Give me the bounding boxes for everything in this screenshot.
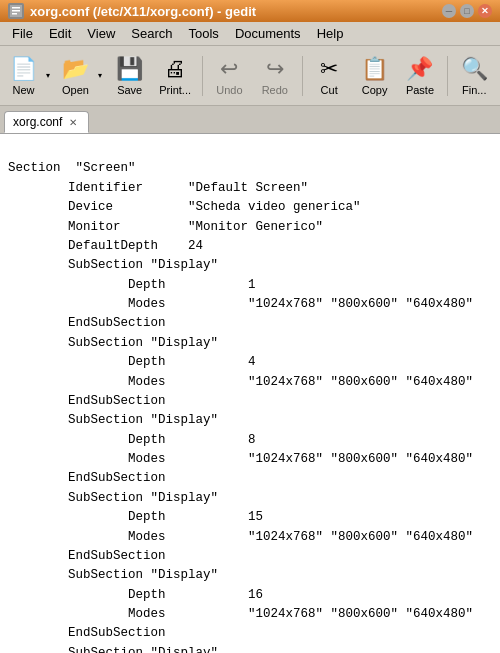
new-label: New: [12, 84, 34, 96]
maximize-btn[interactable]: □: [460, 4, 474, 18]
editor-content: Section "Screen" Identifier "Default Scr…: [8, 161, 473, 653]
toolbar: 📄 New ▾ 📂 Open ▾ 💾 Save 🖨 Print... ↩ Und…: [0, 46, 500, 106]
paste-button[interactable]: 📌 Paste: [398, 50, 441, 102]
paste-icon: 📌: [406, 56, 433, 82]
paste-label: Paste: [406, 84, 434, 96]
open-button-group: 📂 Open ▾: [56, 50, 106, 102]
print-label: Print...: [159, 84, 191, 96]
save-label: Save: [117, 84, 142, 96]
new-button-group: 📄 New ▾: [4, 50, 54, 102]
menu-help[interactable]: Help: [309, 24, 352, 43]
menu-edit[interactable]: Edit: [41, 24, 79, 43]
redo-button[interactable]: ↪ Redo: [253, 50, 296, 102]
tab-xorg[interactable]: xorg.conf ✕: [4, 111, 89, 133]
menu-search[interactable]: Search: [123, 24, 180, 43]
copy-icon: 📋: [361, 56, 388, 82]
undo-icon: ↩: [220, 56, 238, 82]
svg-rect-2: [12, 10, 20, 12]
close-btn[interactable]: ✕: [478, 4, 492, 18]
find-label: Fin...: [462, 84, 486, 96]
new-dropdown-arrow[interactable]: ▾: [42, 50, 54, 102]
svg-rect-1: [12, 7, 20, 9]
redo-icon: ↪: [266, 56, 284, 82]
cut-label: Cut: [321, 84, 338, 96]
titlebar: xorg.conf (/etc/X11/xorg.conf) - gedit ─…: [0, 0, 500, 22]
menubar: File Edit View Search Tools Documents He…: [0, 22, 500, 46]
open-dropdown-arrow[interactable]: ▾: [94, 50, 106, 102]
toolbar-separator-1: [202, 56, 203, 96]
toolbar-separator-2: [302, 56, 303, 96]
print-button[interactable]: 🖨 Print...: [153, 50, 196, 102]
open-button[interactable]: 📂 Open: [56, 50, 94, 102]
new-button[interactable]: 📄 New: [4, 50, 42, 102]
tab-xorg-label: xorg.conf: [13, 115, 62, 129]
toolbar-separator-3: [447, 56, 448, 96]
tabbar: xorg.conf ✕: [0, 106, 500, 134]
app-icon: [8, 3, 24, 19]
open-icon: 📂: [62, 56, 89, 82]
editor-area[interactable]: Section "Screen" Identifier "Default Scr…: [0, 134, 500, 653]
menu-documents[interactable]: Documents: [227, 24, 309, 43]
svg-rect-3: [12, 13, 17, 15]
save-icon: 💾: [116, 56, 143, 82]
window-title: xorg.conf (/etc/X11/xorg.conf) - gedit: [30, 4, 256, 19]
menu-tools[interactable]: Tools: [181, 24, 227, 43]
cut-icon: ✂: [320, 56, 338, 82]
titlebar-left: xorg.conf (/etc/X11/xorg.conf) - gedit: [8, 3, 256, 19]
find-button[interactable]: 🔍 Fin...: [453, 50, 496, 102]
open-label: Open: [62, 84, 89, 96]
copy-button[interactable]: 📋 Copy: [353, 50, 396, 102]
menu-view[interactable]: View: [79, 24, 123, 43]
redo-label: Redo: [262, 84, 288, 96]
minimize-btn[interactable]: ─: [442, 4, 456, 18]
new-icon: 📄: [10, 56, 37, 82]
save-button[interactable]: 💾 Save: [108, 50, 151, 102]
window-controls: ─ □ ✕: [442, 4, 492, 18]
menu-file[interactable]: File: [4, 24, 41, 43]
copy-label: Copy: [362, 84, 388, 96]
cut-button[interactable]: ✂ Cut: [307, 50, 350, 102]
tab-xorg-close[interactable]: ✕: [66, 115, 80, 129]
print-icon: 🖨: [164, 56, 186, 82]
undo-label: Undo: [216, 84, 242, 96]
undo-button[interactable]: ↩ Undo: [208, 50, 251, 102]
find-icon: 🔍: [461, 56, 488, 82]
